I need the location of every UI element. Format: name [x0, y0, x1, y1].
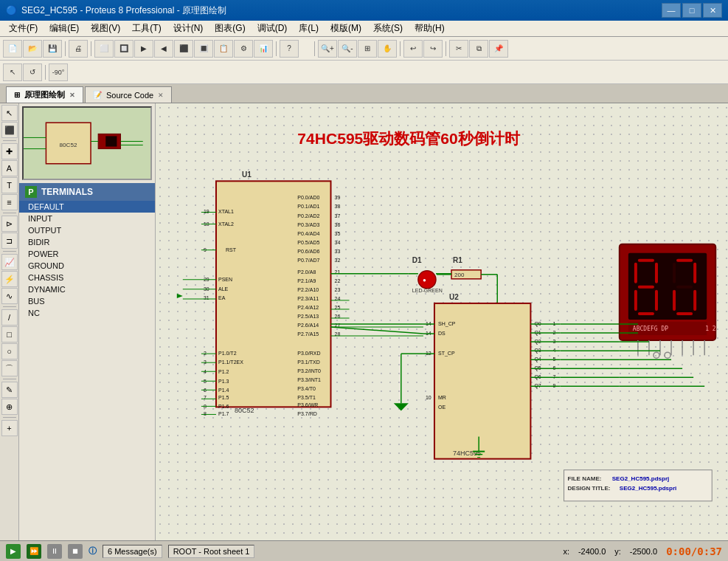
terminal-chassis[interactable]: CHASSIS [19, 272, 155, 283]
gen-tool[interactable]: ∿ [1, 288, 18, 304]
select-tool[interactable]: ↖ [3, 63, 22, 81]
svg-text:ST_CP: ST_CP [438, 351, 455, 357]
add-pin[interactable]: + [1, 420, 18, 436]
svg-rect-177 [655, 290, 658, 311]
svg-text:P1.6: P1.6 [218, 404, 229, 409]
pan[interactable]: ✋ [378, 40, 397, 58]
terminal-tool[interactable]: ⊳ [1, 216, 18, 232]
tb4[interactable]: ◀ [154, 40, 173, 58]
panel-header: P TERMINALS [19, 183, 155, 201]
info-icon: ⓘ [89, 545, 97, 557]
tb6[interactable]: 🔳 [194, 40, 213, 58]
terminal-nc[interactable]: NC [19, 307, 155, 319]
svg-text:P1.0/T2: P1.0/T2 [218, 351, 237, 356]
terminal-ground[interactable]: GROUND [19, 260, 155, 272]
svg-text:P3.0/RXD: P3.0/RXD [297, 351, 320, 356]
terminal-input[interactable]: INPUT [19, 213, 155, 224]
probe-tool[interactable]: ⚡ [1, 271, 18, 287]
svg-text:P2.7/A15: P2.7/A15 [297, 331, 319, 337]
canvas-area[interactable]: 74HC595驱动数码管60秒倒计时 U1 XTAL1 XTAL2 RST 19… [156, 103, 728, 540]
tab-schematic[interactable]: ⊞ 原理图绘制 ✕ [6, 86, 83, 103]
terminal-dynamic[interactable]: DYNAMIC [19, 283, 155, 295]
undo-button[interactable]: ↩ [403, 40, 423, 58]
copy-button[interactable]: ⧉ [469, 40, 488, 58]
tb7[interactable]: 📋 [214, 40, 233, 58]
junction-tool[interactable]: ✚ [1, 143, 18, 159]
pause-button[interactable]: ⏸ [47, 544, 62, 559]
svg-text:OE: OE [438, 405, 446, 410]
terminal-power[interactable]: POWER [19, 248, 155, 260]
root-sheet: ROOT - Root sheet 1 [168, 545, 255, 558]
menu-item-模版m[interactable]: 模版(M) [325, 21, 367, 36]
select-arrow[interactable]: ↖ [1, 105, 18, 121]
play-button[interactable]: ▶ [6, 544, 21, 559]
tb3[interactable]: ▶ [134, 40, 153, 58]
tb8[interactable]: ⚙ [234, 40, 253, 58]
bus-tool[interactable]: ≡ [1, 194, 18, 210]
component-tool[interactable]: ⬛ [1, 122, 18, 138]
script-tool[interactable]: ✎ [1, 382, 18, 398]
tb5[interactable]: ⬛ [174, 40, 193, 58]
rotate-ccw[interactable]: ↺ [23, 63, 42, 81]
tab-code-icon: 📝 [93, 91, 102, 99]
tb1[interactable]: ⬜ [94, 40, 114, 58]
menu-item-工具t[interactable]: 工具(T) [126, 21, 167, 36]
new-button[interactable]: 📄 [3, 40, 22, 58]
menu-item-库l[interactable]: 库(L) [293, 21, 325, 36]
menu-item-系统s[interactable]: 系统(S) [367, 21, 409, 36]
zoom-fit[interactable]: ⊞ [358, 40, 377, 58]
menu-item-视图v[interactable]: 视图(V) [85, 21, 126, 36]
svg-text:RST: RST [226, 247, 237, 252]
tb9[interactable]: 📊 [254, 40, 273, 58]
arc-tool[interactable]: ⌒ [1, 360, 18, 376]
print-button[interactable]: 🖨 [69, 40, 88, 58]
tab-source-code[interactable]: 📝 Source Code ✕ [85, 86, 172, 103]
svg-text:P1.7: P1.7 [218, 411, 229, 416]
menu-item-图表g[interactable]: 图表(G) [209, 21, 251, 36]
left-toolbar: ↖ ⬛ ✚ A T ≡ ⊳ ⊐ 📈 ⚡ ∿ / □ ○ ⌒ ✎ ⊕ + [0, 103, 19, 540]
stop-button[interactable]: ⏹ [68, 544, 83, 559]
menu-item-设计n[interactable]: 设计(N) [167, 21, 209, 36]
svg-text:35: 35 [335, 231, 341, 236]
menu-item-帮助h[interactable]: 帮助(H) [409, 21, 451, 36]
tab-schematic-icon: ⊞ [14, 91, 20, 99]
open-button[interactable]: 📂 [23, 40, 42, 58]
toolbar-secondary: ↖ ↺ -90° [0, 61, 728, 84]
svg-text:P1.3: P1.3 [218, 379, 229, 384]
line-tool[interactable]: / [1, 309, 18, 326]
menu-item-文件f[interactable]: 文件(F) [3, 21, 44, 36]
tab-schematic-close[interactable]: ✕ [69, 92, 75, 99]
play-fast-button[interactable]: ⏩ [27, 544, 41, 559]
circle-tool[interactable]: ○ [1, 343, 18, 359]
y-value: -2500.0 [630, 547, 657, 556]
graph-tool[interactable]: 📈 [1, 254, 18, 270]
redo-button[interactable]: ↪ [423, 40, 443, 58]
menu-item-调试d[interactable]: 调试(D) [252, 21, 294, 36]
terminal-default[interactable]: DEFAULT [19, 201, 155, 213]
rect-tool[interactable]: □ [1, 326, 18, 343]
svg-rect-175 [634, 290, 637, 311]
svg-text:37: 37 [335, 213, 341, 218]
close-button[interactable]: ✕ [703, 3, 722, 18]
zoom-in[interactable]: 🔍+ [318, 40, 337, 58]
wire-label[interactable]: A [1, 160, 18, 176]
cut-button[interactable]: ✂ [449, 40, 468, 58]
zoom-out[interactable]: 🔍- [338, 40, 357, 58]
terminal-bidir[interactable]: BIDIR [19, 236, 155, 248]
minimize-button[interactable]: — [662, 3, 681, 18]
menubar: 文件(F)编辑(E)视图(V)工具(T)设计(N)图表(G)调试(D)库(L)模… [0, 21, 728, 37]
paste-button[interactable]: 📌 [489, 40, 508, 58]
x-value: -2400.0 [578, 547, 606, 556]
zoom-tool-left[interactable]: ⊕ [1, 399, 18, 415]
tab-bar: ⊞ 原理图绘制 ✕ 📝 Source Code ✕ [0, 84, 728, 103]
help-button[interactable]: ? [280, 40, 299, 58]
tab-code-close[interactable]: ✕ [158, 92, 164, 99]
maximize-button[interactable]: □ [682, 3, 701, 18]
tb2[interactable]: 🔲 [114, 40, 134, 58]
menu-item-编辑e[interactable]: 编辑(E) [44, 21, 85, 36]
text-tool[interactable]: T [1, 177, 18, 193]
save-button[interactable]: 💾 [43, 40, 62, 58]
terminal-bus[interactable]: BUS [19, 295, 155, 307]
port-tool[interactable]: ⊐ [1, 233, 18, 249]
terminal-output[interactable]: OUTPUT [19, 224, 155, 236]
